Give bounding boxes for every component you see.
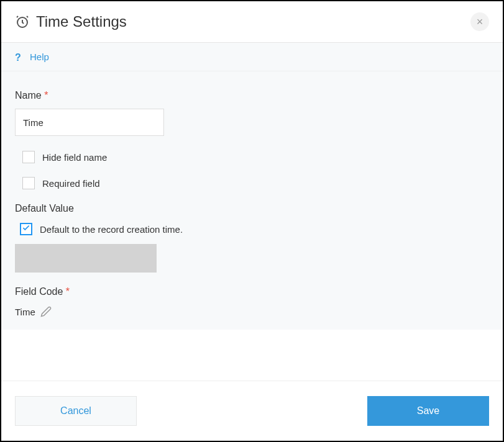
field-code-row: Time: [15, 306, 489, 317]
help-link[interactable]: Help: [30, 52, 49, 62]
required-field-checkbox[interactable]: [22, 177, 35, 189]
close-button[interactable]: ×: [470, 12, 489, 31]
required-asterisk: *: [66, 286, 70, 297]
default-creation-time-row[interactable]: Default to the record creation time.: [15, 223, 489, 235]
edit-icon[interactable]: [40, 306, 52, 317]
field-code-value: Time: [15, 307, 35, 317]
default-value-input-disabled: [15, 244, 157, 273]
required-field-label: Required field: [42, 178, 100, 189]
default-creation-time-checkbox[interactable]: [20, 223, 32, 235]
required-asterisk: *: [44, 90, 48, 101]
help-bar[interactable]: ? Help: [1, 43, 503, 71]
dialog-title: Time Settings: [36, 13, 470, 30]
required-field-row[interactable]: Required field: [15, 177, 489, 189]
check-icon: [22, 223, 30, 235]
hide-field-label: Hide field name: [42, 152, 107, 163]
help-icon: ?: [15, 52, 25, 62]
field-code-label: Field Code *: [15, 286, 489, 297]
hide-field-checkbox[interactable]: [22, 151, 35, 163]
hide-field-row[interactable]: Hide field name: [15, 151, 489, 163]
save-button[interactable]: Save: [367, 396, 489, 426]
default-creation-time-label: Default to the record creation time.: [40, 224, 183, 235]
default-value-label: Default Value: [15, 203, 489, 214]
clock-icon: [15, 14, 30, 29]
dialog-footer: Cancel Save: [1, 381, 503, 441]
dialog-header: Time Settings ×: [1, 1, 503, 43]
name-input[interactable]: [15, 109, 164, 136]
close-icon: ×: [477, 16, 483, 29]
name-label: Name *: [15, 90, 489, 101]
dialog-body: Name * Hide field name Required field De…: [1, 71, 503, 330]
cancel-button[interactable]: Cancel: [15, 396, 137, 426]
